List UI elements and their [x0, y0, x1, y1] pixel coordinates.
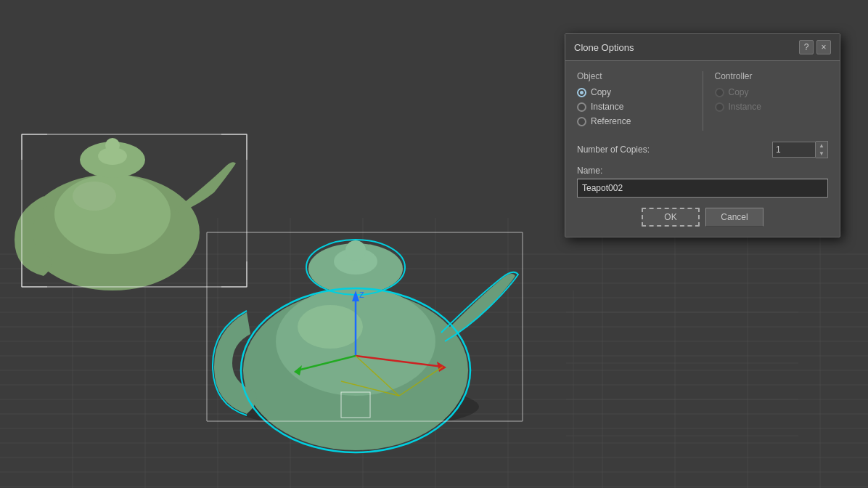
object-group: Object Copy Instance Reference: [577, 71, 691, 131]
svg-point-66: [298, 305, 363, 349]
help-button[interactable]: ?: [799, 40, 814, 54]
object-copy-radio-circle: [577, 88, 586, 97]
object-instance-label: Instance: [591, 102, 623, 112]
spinner-buttons: ▲ ▼: [816, 141, 828, 158]
object-copy-radio[interactable]: Copy: [577, 87, 691, 97]
controller-instance-radio-circle: [715, 102, 724, 112]
spinner-up-button[interactable]: ▲: [816, 142, 827, 150]
dialog-titlebar-buttons: ? ×: [799, 40, 831, 54]
object-reference-radio-circle: [577, 117, 586, 126]
object-reference-label: Reference: [591, 116, 631, 126]
controller-group: Controller Copy Instance: [715, 71, 829, 131]
controller-copy-radio-circle: [715, 88, 724, 97]
controller-copy-radio[interactable]: Copy: [715, 87, 829, 97]
group-divider: [703, 71, 703, 131]
svg-point-46: [54, 174, 171, 254]
dialog-titlebar: Clone Options ? ×: [565, 34, 840, 61]
svg-text:Z: Z: [359, 290, 364, 299]
options-row: Object Copy Instance Reference: [577, 71, 828, 131]
copies-input[interactable]: [772, 142, 816, 158]
copies-label: Number of Copies:: [577, 145, 650, 155]
object-group-label: Object: [577, 71, 691, 81]
name-row: Name:: [577, 166, 828, 198]
controller-group-label: Controller: [715, 71, 829, 81]
object-copy-label: Copy: [591, 87, 611, 97]
svg-point-65: [345, 240, 366, 261]
cancel-button[interactable]: Cancel: [705, 208, 763, 227]
svg-point-49: [105, 138, 120, 152]
svg-point-50: [73, 182, 116, 211]
ok-button[interactable]: OK: [642, 208, 700, 227]
copies-spinner: ▲ ▼: [772, 141, 828, 158]
clone-options-dialog: Clone Options ? × Object Copy Instance: [565, 33, 840, 237]
dialog-body: Object Copy Instance Reference: [565, 61, 840, 237]
object-reference-radio[interactable]: Reference: [577, 116, 691, 126]
dialog-title: Clone Options: [574, 42, 634, 53]
dialog-buttons: OK Cancel: [577, 208, 828, 227]
object-instance-radio-circle: [577, 102, 586, 112]
controller-copy-label: Copy: [729, 87, 749, 97]
controller-instance-label: Instance: [729, 102, 761, 112]
close-button[interactable]: ×: [816, 40, 831, 54]
spinner-down-button[interactable]: ▼: [816, 150, 827, 158]
name-label: Name:: [577, 166, 828, 176]
object-instance-radio[interactable]: Instance: [577, 102, 691, 112]
copies-row: Number of Copies: ▲ ▼: [577, 141, 828, 158]
name-input[interactable]: [577, 179, 828, 198]
controller-instance-radio[interactable]: Instance: [715, 102, 829, 112]
